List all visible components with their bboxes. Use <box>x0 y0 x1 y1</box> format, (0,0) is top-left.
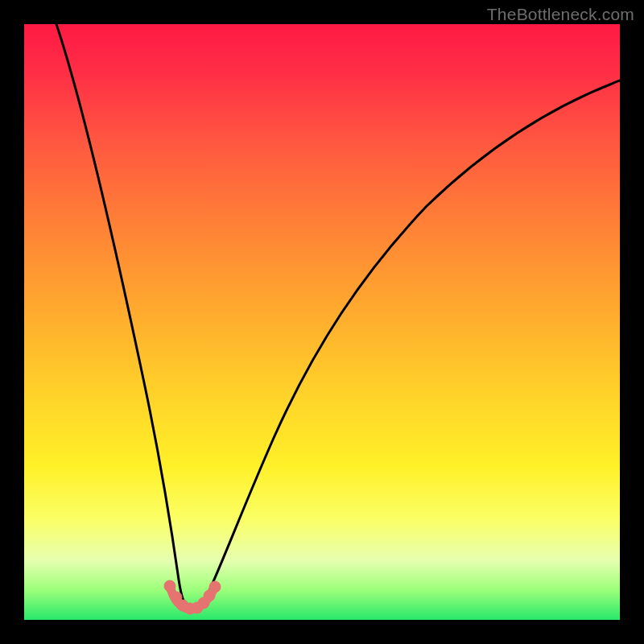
valley-marker-group <box>164 580 221 614</box>
chart-frame: TheBottleneck.com <box>0 0 644 644</box>
watermark-text: TheBottleneck.com <box>487 5 634 24</box>
bottleneck-curve <box>24 24 620 620</box>
plot-area <box>24 24 620 620</box>
curve-path <box>56 24 620 609</box>
